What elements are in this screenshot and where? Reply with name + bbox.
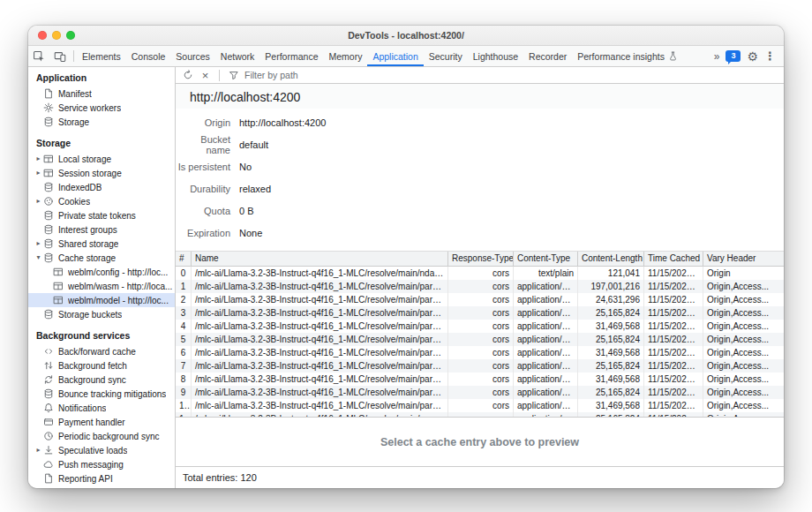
cell-vary: Origin,Access... bbox=[703, 373, 784, 386]
sidebar-item-label: Cache storage bbox=[58, 253, 116, 263]
database-icon bbox=[43, 309, 54, 320]
sidebar-item-interest-groups[interactable]: Interest groups bbox=[28, 222, 175, 237]
sidebar-item-local-storage[interactable]: ▸Local storage bbox=[28, 152, 175, 166]
table-icon bbox=[53, 267, 64, 277]
flask-icon bbox=[668, 51, 678, 61]
sidebar-item-shared-storage[interactable]: ▸Shared storage bbox=[28, 237, 175, 251]
cell-time_cached: 11/15/2024, 10... bbox=[644, 293, 703, 306]
column-header-content-length[interactable]: Content-Length bbox=[578, 252, 644, 266]
column-header-name[interactable]: Name bbox=[192, 252, 448, 266]
sidebar-item-payment-handler[interactable]: Payment handler bbox=[28, 415, 175, 429]
table-row[interactable]: 7/mlc-ai/Llama-3.2-3B-Instruct-q4f16_1-M… bbox=[176, 359, 784, 373]
inspect-element-icon[interactable] bbox=[28, 46, 49, 66]
cell-time_cached: 11/15/2024, 10... bbox=[644, 373, 703, 386]
sidebar-item-session-storage[interactable]: ▸Session storage bbox=[28, 166, 175, 180]
database-icon bbox=[43, 252, 54, 263]
tab-network[interactable]: Network bbox=[215, 46, 260, 66]
sidebar-item-push-messaging[interactable]: Push messaging bbox=[28, 457, 175, 471]
table-row[interactable]: 8/mlc-ai/Llama-3.2-3B-Instruct-q4f16_1-M… bbox=[176, 373, 784, 386]
cell-name: /mlc-ai/Llama-3.2-3B-Instruct-q4f16_1-ML… bbox=[192, 386, 448, 399]
cell-num: 1 bbox=[176, 280, 192, 293]
sidebar-item-indexeddb[interactable]: IndexedDB bbox=[28, 180, 175, 194]
sidebar-item-storage-buckets[interactable]: Storage buckets bbox=[28, 307, 175, 321]
settings-gear-icon[interactable]: ⚙ bbox=[747, 50, 758, 63]
tab-elements[interactable]: Elements bbox=[77, 46, 126, 66]
column-header-content-type[interactable]: Content-Type bbox=[514, 252, 578, 266]
tree-arrow-icon[interactable]: ▸ bbox=[34, 169, 43, 177]
tab-memory[interactable]: Memory bbox=[323, 46, 367, 66]
cell-content_length: 197,001,216 bbox=[578, 280, 644, 293]
titlebar[interactable]: DevTools - localhost:4200/ bbox=[28, 26, 784, 46]
cell-time_cached: 11/15/2024, 10... bbox=[644, 346, 703, 359]
detail-label: Origin bbox=[176, 117, 230, 128]
cell-content_type: application/oc... bbox=[514, 320, 578, 333]
sidebar-item-reporting-api[interactable]: Reporting API bbox=[28, 471, 175, 486]
table-row[interactable]: 3/mlc-ai/Llama-3.2-3B-Instruct-q4f16_1-M… bbox=[176, 306, 784, 320]
cell-content_type: application/oc... bbox=[514, 373, 578, 386]
sidebar-item-cache-storage[interactable]: ▾Cache storage bbox=[28, 251, 175, 265]
zoom-window-button[interactable] bbox=[66, 31, 75, 40]
sidebar-item-background-fetch[interactable]: Background fetch bbox=[28, 358, 175, 373]
tab-sources[interactable]: Sources bbox=[170, 46, 215, 66]
table-row[interactable]: 6/mlc-ai/Llama-3.2-3B-Instruct-q4f16_1-M… bbox=[176, 346, 784, 359]
cell-response_type: cors bbox=[448, 280, 514, 293]
sidebar-item-notifications[interactable]: Notifications bbox=[28, 401, 175, 415]
filter-by-path-input[interactable] bbox=[244, 70, 386, 80]
sidebar-item-speculative-loads[interactable]: ▸Speculative loads bbox=[28, 443, 175, 457]
cell-content_length: 25,165,824 bbox=[578, 333, 644, 346]
tab-recorder[interactable]: Recorder bbox=[523, 46, 572, 66]
more-tabs-button[interactable]: » bbox=[714, 50, 720, 63]
sidebar-item-weblm-config-http-loc[interactable]: weblm/config - http://loc... bbox=[28, 265, 175, 279]
tab-lighthouse[interactable]: Lighthouse bbox=[468, 46, 523, 66]
column-header-vary-header[interactable]: Vary Header bbox=[703, 252, 784, 266]
detail-label: Quota bbox=[176, 206, 230, 216]
detail-row-bucket-name: Bucket namedefault bbox=[176, 133, 784, 155]
table-row[interactable]: 4/mlc-ai/Llama-3.2-3B-Instruct-q4f16_1-M… bbox=[176, 320, 784, 333]
sidebar-item-weblm-model-http-loc[interactable]: weblm/model - http://loc... bbox=[28, 293, 175, 307]
delete-selected-button[interactable]: × bbox=[199, 69, 212, 82]
tree-arrow-icon[interactable]: ▾ bbox=[34, 254, 43, 261]
total-entries: Total entries: 120 bbox=[176, 466, 784, 488]
tab-performance[interactable]: Performance bbox=[259, 46, 323, 66]
device-toolbar-icon[interactable] bbox=[49, 46, 71, 66]
refresh-button[interactable] bbox=[181, 69, 194, 82]
table-row[interactable]: 9/mlc-ai/Llama-3.2-3B-Instruct-q4f16_1-M… bbox=[176, 386, 784, 399]
sidebar-item-label: Cookies bbox=[58, 197, 90, 207]
tab-application[interactable]: Application bbox=[367, 46, 423, 66]
minimize-window-button[interactable] bbox=[52, 31, 61, 40]
column-header-time-cached[interactable]: Time Cached bbox=[644, 252, 703, 266]
table-row[interactable]: 1/mlc-ai/Llama-3.2-3B-Instruct-q4f16_1-M… bbox=[176, 280, 784, 293]
sidebar-section-background-services: Background servicesBack/forward cacheBac… bbox=[28, 327, 175, 486]
sidebar-item-bounce-tracking-mitigations[interactable]: Bounce tracking mitigations bbox=[28, 387, 175, 401]
tab-performance-insights[interactable]: Performance insights bbox=[572, 46, 683, 66]
tab-console[interactable]: Console bbox=[126, 46, 171, 66]
close-window-button[interactable] bbox=[38, 31, 47, 40]
table-row[interactable]: 0/mlc-ai/Llama-3.2-3B-Instruct-q4f16_1-M… bbox=[176, 267, 784, 280]
tree-arrow-icon[interactable]: ▸ bbox=[34, 155, 43, 162]
tree-arrow-icon[interactable]: ▸ bbox=[34, 240, 43, 247]
sidebar-item-storage[interactable]: Storage bbox=[28, 115, 175, 129]
cell-response_type: cors bbox=[448, 386, 514, 399]
console-messages-badge[interactable]: 3 bbox=[726, 50, 741, 62]
detail-value: http://localhost:4200 bbox=[239, 117, 326, 128]
tab-security[interactable]: Security bbox=[424, 46, 468, 66]
cloud-icon bbox=[43, 459, 54, 470]
tree-arrow-icon[interactable]: ▸ bbox=[34, 198, 43, 205]
cell-vary: Origin,Access... bbox=[703, 293, 784, 306]
sidebar-item-manifest[interactable]: Manifest bbox=[28, 87, 175, 101]
column-header-response-type[interactable]: Response-Type bbox=[448, 252, 514, 266]
tree-arrow-icon[interactable]: ▸ bbox=[34, 447, 43, 454]
sidebar-item-periodic-background-sync[interactable]: Periodic background sync bbox=[28, 429, 175, 443]
sidebar-item-service-workers[interactable]: Service workers bbox=[28, 101, 175, 115]
sidebar-item-cookies[interactable]: ▸Cookies bbox=[28, 194, 175, 208]
table-row[interactable]: 5/mlc-ai/Llama-3.2-3B-Instruct-q4f16_1-M… bbox=[176, 333, 784, 346]
sidebar-item-back-forward-cache[interactable]: Back/forward cache bbox=[28, 344, 175, 358]
sidebar-item-background-sync[interactable]: Background sync bbox=[28, 373, 175, 387]
kebab-menu-icon[interactable]: ⋮ bbox=[764, 50, 776, 62]
column-header-[interactable]: # bbox=[176, 252, 192, 266]
cell-content_type: application/oc... bbox=[514, 333, 578, 346]
table-row[interactable]: 2/mlc-ai/Llama-3.2-3B-Instruct-q4f16_1-M… bbox=[176, 293, 784, 306]
table-row[interactable]: 10/mlc-ai/Llama-3.2-3B-Instruct-q4f16_1-… bbox=[176, 399, 784, 412]
sidebar-item-weblm-wasm-http-loca[interactable]: weblm/wasm - http://loca... bbox=[28, 279, 175, 293]
sidebar-item-private-state-tokens[interactable]: Private state tokens bbox=[28, 208, 175, 222]
